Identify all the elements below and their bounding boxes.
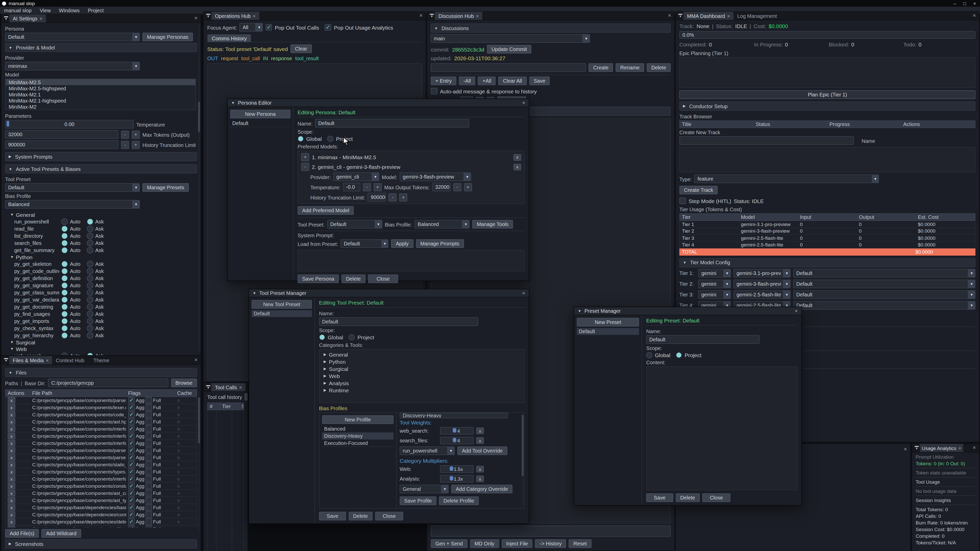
persona-select[interactable]: Default▼ <box>5 33 140 41</box>
ask-radio[interactable] <box>86 225 93 232</box>
ask-radio[interactable] <box>86 352 93 356</box>
full-checkbox[interactable]: ✓ <box>145 518 152 525</box>
remove-file-button[interactable]: x <box>8 404 15 411</box>
model-option[interactable]: MiniMax-M2 <box>6 103 196 110</box>
agg-checkbox[interactable]: ✓ <box>128 404 135 411</box>
model-option[interactable]: MiniMax-M2.5 <box>6 79 196 85</box>
agg-checkbox[interactable]: ✓ <box>128 454 135 461</box>
panel-close-icon[interactable]: × <box>904 446 907 452</box>
ask-radio[interactable] <box>86 289 93 295</box>
agg-checkbox[interactable]: ✓ <box>128 526 135 527</box>
close-icon[interactable]: × <box>40 16 43 21</box>
pm-max-input[interactable]: 32000 <box>432 183 450 191</box>
window-control-button[interactable]: × <box>973 1 976 6</box>
agg-checkbox[interactable]: ✓ <box>128 426 135 432</box>
full-checkbox[interactable]: ✓ <box>145 454 152 461</box>
remove-file-button[interactable]: x <box>8 468 15 475</box>
temperature-slider[interactable]: 0.00 <box>5 120 134 129</box>
panel-close-icon[interactable]: × <box>668 12 671 18</box>
auto-radio[interactable] <box>61 310 68 317</box>
persona-editor-titlebar[interactable]: ▼ Persona Editor × <box>228 99 529 107</box>
auto-radio[interactable] <box>61 232 68 239</box>
files-tab[interactable]: Context Hub <box>52 356 90 364</box>
close-icon[interactable]: × <box>239 384 242 390</box>
increment-button[interactable]: + <box>132 141 140 149</box>
close-icon[interactable]: × <box>476 13 479 19</box>
manage-tools-button[interactable]: Manage Tools <box>472 220 513 229</box>
remove-file-button[interactable]: x <box>8 454 15 461</box>
collapse-icon[interactable]: ▶ <box>324 374 326 378</box>
agg-checkbox[interactable]: ✓ <box>128 475 135 482</box>
pm-temp-input[interactable]: -0.0 <box>343 183 360 191</box>
composer-button[interactable]: Reset <box>569 539 591 548</box>
auto-radio[interactable] <box>61 296 68 303</box>
auto-radio[interactable] <box>61 318 68 324</box>
remove-file-button[interactable]: x <box>8 475 15 482</box>
panel-close-icon[interactable]: × <box>194 357 197 363</box>
collapse-icon[interactable]: ▼ <box>10 213 14 216</box>
remove-weight-button[interactable]: x <box>476 437 484 444</box>
delete-preset-button[interactable]: Delete <box>676 493 700 502</box>
slider-thumb[interactable] <box>6 121 9 127</box>
tier-model-config-header[interactable]: ▼Tier Model Config <box>679 258 975 267</box>
tool-preset-list-item[interactable]: Default <box>251 310 312 318</box>
tier-provider-select[interactable]: gemini▼ <box>698 290 731 299</box>
tier-prompt-select[interactable]: Default▼ <box>793 301 975 310</box>
apply-button[interactable]: Apply <box>391 239 413 248</box>
system-prompt-textarea[interactable] <box>298 250 525 272</box>
composer-button[interactable]: -> History <box>535 539 566 548</box>
remove-model-button[interactable]: x <box>514 154 521 160</box>
category-row[interactable]: ▶ Analysis <box>324 380 520 386</box>
agg-checkbox[interactable]: ✓ <box>128 418 135 425</box>
window-control-button[interactable]: – <box>954 1 956 6</box>
bias-profile-item[interactable]: Execution-Focused <box>322 440 393 447</box>
close-icon[interactable]: × <box>253 13 256 19</box>
agg-checkbox[interactable]: ✓ <box>128 468 135 475</box>
preset-list-item[interactable]: Default <box>577 328 639 335</box>
menu-item[interactable]: View <box>40 7 51 13</box>
add-tool-override-button[interactable]: Add Tool Override <box>457 446 508 455</box>
remove-file-button[interactable]: x <box>8 440 15 446</box>
remove-file-button[interactable]: x <box>8 426 15 432</box>
plan-epic-button[interactable]: Plan Epic (Tier 1) <box>679 90 975 99</box>
window-control-button[interactable]: □ <box>963 1 966 6</box>
focus-agent-select[interactable]: All▼ <box>240 23 263 32</box>
step-mode-checkbox[interactable]: ✓ <box>679 197 686 204</box>
global-radio[interactable] <box>646 352 652 358</box>
collapse-icon[interactable]: ▶ <box>324 353 326 357</box>
pm-hist-input[interactable]: 900000 <box>368 193 386 202</box>
tier-model-select[interactable]: gemini-2.5-flash-lite▼ <box>733 290 791 299</box>
bias-profile-select[interactable]: Balanced▼ <box>5 200 140 209</box>
tab-ai-settings[interactable]: AI Settings× <box>9 14 46 22</box>
tool-preset-select[interactable]: Default▼ <box>5 183 140 192</box>
category-row[interactable]: ▶ Runtime <box>324 387 520 393</box>
full-checkbox[interactable]: ✓ <box>145 475 152 482</box>
tier-model-select[interactable]: gemini-3.1-pro-preview▼ <box>733 268 791 277</box>
project-radio[interactable] <box>676 352 682 358</box>
remove-file-button[interactable]: x <box>8 504 15 511</box>
dock-icon[interactable]: ▼ <box>4 14 8 22</box>
increment-button[interactable]: + <box>464 183 472 191</box>
multiplier-slider[interactable]: 1.5x <box>440 465 474 473</box>
expand-model-button[interactable]: + <box>301 153 309 161</box>
add-files-button[interactable]: Add File(s) <box>5 529 39 538</box>
auto-radio[interactable] <box>61 325 68 331</box>
remove-file-button[interactable]: x <box>8 518 15 525</box>
full-checkbox[interactable]: ✓ <box>145 461 152 468</box>
full-checkbox[interactable]: ✓ <box>145 504 152 511</box>
ask-radio[interactable] <box>86 310 93 317</box>
category-row[interactable]: ▶ Python <box>324 359 520 365</box>
agg-checkbox[interactable]: ✓ <box>128 518 135 525</box>
full-checkbox[interactable]: ✓ <box>145 404 152 411</box>
discussion-name-input[interactable] <box>431 63 586 72</box>
tool-override-select[interactable]: run_powershell▼ <box>400 446 455 455</box>
dock-icon[interactable]: ▼ <box>4 356 8 364</box>
mma-tab[interactable]: MMA Dashboard× <box>683 12 734 20</box>
system-prompts-header[interactable]: ▶System Prompts <box>5 152 197 161</box>
close-icon[interactable]: × <box>795 308 798 314</box>
ask-radio[interactable] <box>86 260 93 267</box>
ask-radio[interactable] <box>86 296 93 303</box>
menu-item[interactable]: Windows <box>59 7 80 13</box>
entry-button[interactable]: + Entry <box>431 76 456 85</box>
project-radio[interactable] <box>349 334 355 340</box>
